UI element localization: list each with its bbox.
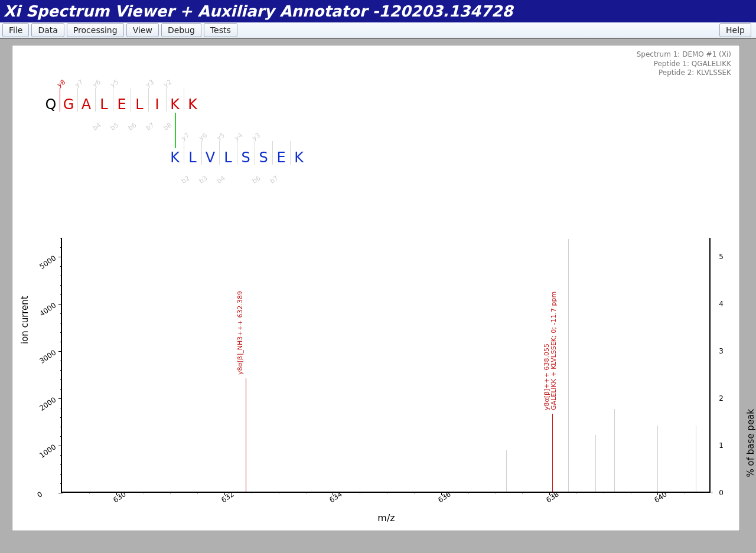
ytick-right: 0	[719, 489, 724, 497]
residue-alpha-0: Q	[42, 96, 60, 113]
ion-label-y7: y7	[74, 78, 84, 89]
ytick-left: 2000	[38, 395, 57, 413]
ion-label-b6: b6	[127, 121, 138, 132]
menu-data[interactable]: Data	[31, 23, 64, 37]
residue-alpha-1: G	[60, 96, 77, 113]
ion-label-y6: y6	[92, 78, 102, 89]
residue-beta-4: S	[237, 149, 255, 166]
ion-label-beta-b7: b7	[269, 174, 280, 185]
ion-label-b4: b4	[92, 121, 103, 132]
ion-label-beta-b6: b6	[251, 174, 262, 185]
y-axis-right-label: % of base peak	[745, 409, 756, 477]
y-axis-left-label: ion current	[19, 296, 30, 344]
ion-label-beta-b4: b4	[216, 174, 227, 185]
ytick-right: 4	[719, 300, 724, 308]
peak-label: y8α[β]_NH3+++ 632.389	[236, 291, 244, 375]
ytick-left: 0	[35, 490, 44, 499]
menu-help[interactable]: Help	[719, 23, 751, 37]
ion-label-y3: y3	[145, 78, 155, 89]
residue-beta-7: K	[290, 149, 308, 166]
residue-alpha-8: K	[184, 96, 201, 113]
xtick: 632	[220, 490, 236, 504]
residue-beta-6: E	[272, 149, 290, 166]
ytick-right: 5	[719, 253, 724, 261]
ion-label-beta-y4: y4	[233, 131, 244, 142]
spectrum-peak[interactable]	[246, 378, 246, 492]
spectrum-canvas[interactable]: Spectrum 1: DEMO #1 (Xi) Peptide 1: QGAL…	[12, 45, 740, 531]
info-panel: Spectrum 1: DEMO #1 (Xi) Peptide 1: QGAL…	[637, 50, 731, 78]
ytick-right: 1	[719, 441, 724, 450]
spectrum-peak[interactable]	[568, 239, 569, 492]
menu-view[interactable]: View	[126, 23, 159, 37]
ytick-left: 5000	[38, 254, 57, 271]
peak-label: GALELIKK + KLVLSSEK; 0; -11.7 ppm	[550, 292, 558, 410]
ion-label-y2: y2	[162, 78, 173, 89]
ion-label-beta-y7: y7	[180, 131, 191, 142]
residue-beta-1: L	[184, 149, 201, 166]
plot-area[interactable]: m/z 010002000300040005000012345630632634…	[61, 238, 711, 493]
residue-alpha-2: A	[77, 96, 95, 113]
spectrum-peak[interactable]	[506, 450, 507, 492]
menu-debug[interactable]: Debug	[161, 23, 201, 37]
spectrum-peak[interactable]	[552, 414, 553, 492]
info-peptide2: Peptide 2: KLVLSSEK	[637, 68, 731, 78]
xtick: 640	[653, 490, 669, 504]
residue-beta-0: K	[166, 149, 184, 166]
menubar: File Data Processing View Debug Tests He…	[0, 22, 756, 39]
window-title: Xi Spectrum Viewer + Auxiliary Annotator…	[0, 0, 756, 22]
ion-label-y5: y5	[109, 78, 120, 89]
menu-processing[interactable]: Processing	[67, 23, 124, 37]
residue-alpha-4: E	[113, 96, 131, 113]
peptide-beta-row: Ky7b2Ly6b3Vy5b4Ly4Sy3b6Sb7EK	[166, 146, 308, 169]
crosslink-line	[175, 113, 176, 148]
xtick: 636	[436, 490, 452, 504]
menu-tests[interactable]: Tests	[204, 23, 237, 37]
info-peptide1: Peptide 1: QGALELIKK	[637, 60, 731, 69]
xtick: 638	[545, 490, 561, 504]
residue-alpha-5: L	[131, 96, 148, 113]
ion-label-beta-b2: b2	[180, 174, 191, 185]
ytick-right: 3	[719, 347, 724, 355]
ion-label-beta-y5: y5	[216, 131, 226, 142]
spectrum-peak[interactable]	[595, 435, 596, 492]
residue-alpha-7: K	[166, 96, 184, 113]
ytick-right: 2	[719, 394, 724, 403]
peptide-diagram: Qy8Gy7Ay6b4Ly5b5Eb6Ly3b7Iy2b8KK Ky7b2Ly6…	[42, 93, 308, 169]
residue-alpha-3: L	[95, 96, 113, 113]
ion-label-beta-y6: y6	[198, 131, 208, 142]
ion-label-b8: b8	[162, 121, 174, 132]
xtick: 634	[328, 490, 344, 504]
xtick: 630	[112, 490, 128, 504]
ytick-left: 3000	[38, 348, 57, 365]
spectrum-peak[interactable]	[657, 426, 658, 492]
spectrum-peak[interactable]	[696, 426, 696, 492]
info-spectrum: Spectrum 1: DEMO #1 (Xi)	[637, 50, 731, 60]
menu-file[interactable]: File	[2, 23, 29, 37]
residue-beta-2: V	[201, 149, 219, 166]
ion-label-b5: b5	[109, 121, 120, 132]
residue-beta-3: L	[219, 149, 237, 166]
ion-label-y8: y8	[56, 78, 67, 89]
ytick-left: 4000	[38, 301, 57, 318]
residue-alpha-6: I	[148, 96, 166, 113]
ion-label-beta-y3: y3	[251, 131, 262, 142]
residue-beta-5: S	[255, 149, 272, 166]
spectrum-plot[interactable]: ion current m/z 010002000300040005000012…	[24, 238, 730, 527]
ion-label-b7: b7	[145, 121, 156, 132]
x-axis-label: m/z	[377, 512, 395, 523]
spectrum-peak[interactable]	[614, 409, 615, 492]
ion-label-beta-b3: b3	[198, 174, 209, 185]
ytick-left: 1000	[38, 443, 57, 460]
